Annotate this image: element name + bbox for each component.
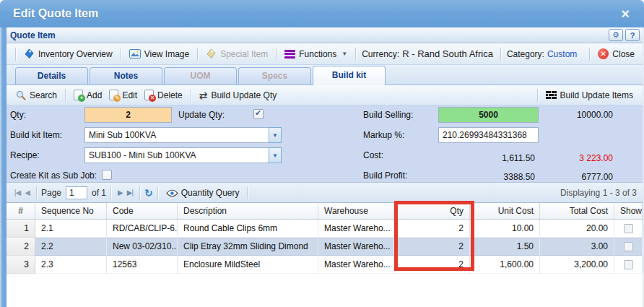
panel-header: Quote Item ⚙ ? bbox=[6, 27, 643, 43]
qty-label: Qty: bbox=[10, 110, 26, 120]
tab-details[interactable]: Details bbox=[15, 67, 88, 85]
eye-icon bbox=[166, 189, 178, 196]
build-update-qty-label: Build Update Qty bbox=[212, 90, 277, 100]
first-page-icon[interactable]: |◀ bbox=[12, 189, 22, 196]
column-header-description[interactable]: Description bbox=[178, 203, 318, 219]
gear-icon[interactable]: ⚙ bbox=[609, 29, 623, 41]
category-label: Category: bbox=[507, 49, 544, 59]
image-icon bbox=[129, 49, 141, 59]
build-update-qty-button[interactable]: ⇄ Build Update Qty bbox=[196, 87, 280, 103]
window-title: Edit Quote Item bbox=[13, 7, 617, 20]
toolbar-separator bbox=[15, 48, 16, 61]
tab-notes[interactable]: Notes bbox=[90, 67, 162, 85]
delete-label: Delete bbox=[157, 90, 183, 100]
search-icon bbox=[16, 90, 26, 100]
cell-description: Enclosure MildSteel bbox=[178, 256, 318, 274]
panel-title: Quote Item bbox=[10, 30, 606, 40]
cell-total-cost: 3,200.00 bbox=[540, 256, 614, 274]
show-checkbox[interactable] bbox=[624, 224, 633, 233]
special-item-label: Special Item bbox=[220, 49, 268, 59]
cell-code: New 03-02/310... bbox=[107, 238, 178, 256]
functions-button[interactable]: Functions ▼ bbox=[281, 47, 351, 61]
create-kit-as-sub-job-checkbox[interactable] bbox=[102, 170, 112, 180]
chevron-down-icon[interactable]: ▼ bbox=[269, 127, 282, 143]
page-label: Page bbox=[41, 188, 61, 198]
tab-build-kit[interactable]: Build kit bbox=[313, 66, 386, 85]
toolbar-separator bbox=[589, 48, 590, 61]
cell-unit-cost: 10.00 bbox=[470, 220, 540, 238]
window-close-icon[interactable]: × bbox=[617, 7, 634, 21]
quantity-query-button[interactable]: Quantity Query bbox=[162, 186, 243, 200]
recipe-value[interactable]: SUB100 - Mini Sub 100KVA bbox=[84, 147, 269, 163]
build-profit-value: 3388.50 bbox=[438, 169, 535, 185]
show-checkbox[interactable] bbox=[624, 242, 633, 251]
cell-description: Round Cable Clips 6mm bbox=[178, 220, 318, 238]
currency-label: Currency: bbox=[362, 49, 399, 59]
cell-unit-cost: 1,600.00 bbox=[470, 256, 540, 274]
tab-uom: UOM bbox=[164, 67, 237, 85]
cost-label: Cost: bbox=[363, 150, 383, 160]
table-row[interactable]: 1 2.1 RD/CAB/CLIP-6... Round Cable Clips… bbox=[6, 220, 643, 238]
update-qty-checkbox[interactable] bbox=[253, 109, 264, 119]
inventory-overview-button[interactable]: Inventory Overview bbox=[20, 46, 116, 61]
close-button[interactable]: ✕ Close bbox=[594, 46, 638, 61]
create-kit-as-sub-job-label: Create Kit as Sub Job: bbox=[10, 170, 97, 181]
cell-warehouse: Master Wareho... bbox=[318, 220, 394, 238]
toolbar-separator bbox=[355, 48, 356, 61]
help-icon[interactable]: ? bbox=[625, 29, 640, 41]
build-selling-input[interactable]: 5000 bbox=[438, 107, 539, 123]
cost-value: 1,611.50 bbox=[438, 150, 535, 166]
cell-show bbox=[614, 220, 643, 238]
column-header-code[interactable]: Code bbox=[107, 203, 178, 219]
edit-label: Edit bbox=[122, 90, 137, 100]
functions-label: Functions bbox=[299, 49, 336, 59]
toolbar-separator bbox=[65, 89, 66, 102]
qty-input[interactable]: 2 bbox=[84, 107, 172, 123]
add-button[interactable]: + Add bbox=[70, 87, 105, 103]
table-row-selected[interactable]: 2 2.2 New 03-02/310... Clip Etray 32mm S… bbox=[6, 238, 643, 256]
pager-separator bbox=[36, 186, 37, 199]
column-header-total-cost[interactable]: Total Cost bbox=[540, 203, 614, 219]
markup-input[interactable]: 210.26993484331368 bbox=[438, 127, 539, 143]
edit-button[interactable]: ✎ Edit bbox=[105, 87, 141, 103]
column-header-sequence-no[interactable]: Sequence No bbox=[35, 203, 107, 219]
delete-button[interactable]: ✕ Delete bbox=[141, 87, 186, 103]
window-titlebar[interactable]: Edit Quote Item × bbox=[0, 0, 644, 27]
page-number-input[interactable]: 1 bbox=[66, 186, 87, 199]
close-icon: ✕ bbox=[598, 48, 609, 59]
build-kit-item-dropdown[interactable]: Mini Sub 100KVA ▼ bbox=[84, 127, 282, 143]
toolbar-separator bbox=[537, 89, 538, 102]
column-header-qty[interactable]: Qty bbox=[394, 203, 470, 219]
search-button[interactable]: Search bbox=[12, 88, 61, 103]
column-header-show[interactable]: Show bbox=[614, 203, 643, 219]
markup-label: Markup %: bbox=[363, 130, 404, 140]
window-content: Quote Item ⚙ ? Inventory Overview View I… bbox=[6, 27, 643, 307]
cell-total-cost: 20.00 bbox=[540, 220, 614, 238]
grid-pager: |◀ ◀ Page 1 of 1 ▶ ▶| ↻ Quantity Query D… bbox=[6, 183, 643, 203]
column-header-unit-cost[interactable]: Unit Cost bbox=[470, 203, 540, 219]
cell-description: Clip Etray 32mm Sliding Dimond bbox=[178, 238, 318, 256]
column-header-warehouse[interactable]: Warehouse bbox=[318, 203, 394, 219]
cell-show bbox=[614, 238, 643, 256]
column-header-num[interactable]: # bbox=[6, 203, 35, 219]
next-page-icon[interactable]: ▶ bbox=[116, 189, 125, 196]
build-kit-item-value[interactable]: Mini Sub 100KVA bbox=[84, 127, 269, 143]
show-checkbox[interactable] bbox=[624, 260, 633, 269]
last-page-icon[interactable]: ▶| bbox=[125, 189, 135, 196]
cell-qty: 2 bbox=[394, 256, 470, 274]
chevron-down-icon[interactable]: ▼ bbox=[269, 147, 282, 163]
pager-separator bbox=[110, 186, 111, 199]
table-row[interactable]: 3 2.3 12563 Enclosure MildSteel Master W… bbox=[6, 256, 643, 274]
cell-warehouse: Master Wareho... bbox=[318, 256, 394, 274]
view-image-button[interactable]: View Image bbox=[126, 47, 193, 61]
refresh-icon[interactable]: ↻ bbox=[144, 187, 153, 199]
prev-page-icon[interactable]: ◀ bbox=[22, 189, 32, 196]
tag-icon bbox=[24, 48, 35, 59]
recipe-dropdown[interactable]: SUB100 - Mini Sub 100KVA ▼ bbox=[84, 147, 282, 163]
pager-separator bbox=[157, 186, 158, 199]
tag-disabled-icon bbox=[206, 48, 217, 59]
add-icon: + bbox=[74, 90, 83, 100]
update-qty-label: Update Qty: bbox=[178, 110, 225, 120]
build-update-items-button[interactable]: Build Update Items bbox=[542, 88, 637, 103]
special-item-button: Special Item bbox=[202, 46, 271, 61]
